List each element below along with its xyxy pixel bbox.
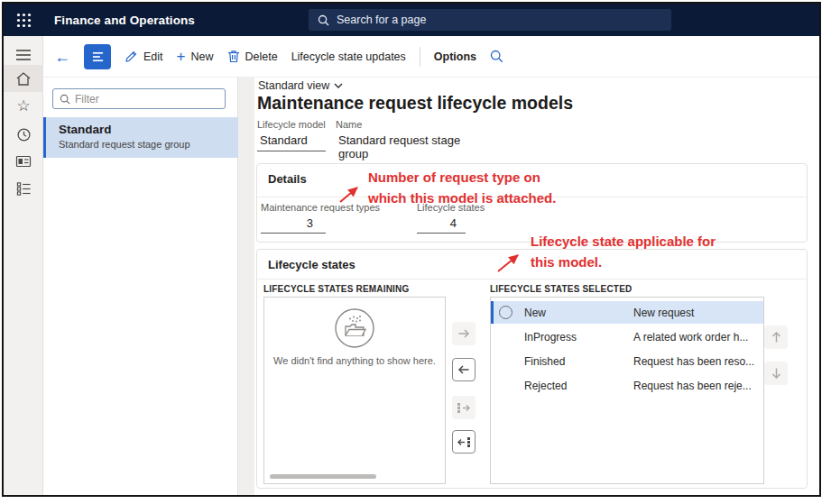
move-right-button[interactable] [452,322,476,345]
toolbar-divider [420,47,420,67]
waffle-menu-icon[interactable] [4,4,43,36]
annotation-line: which this model is attached. [368,188,556,208]
panel-gap [238,78,254,495]
filter-search-icon [60,94,70,105]
name-field[interactable]: Name Standard request stage group [336,119,491,165]
lifecycle-model-value[interactable]: Standard [257,130,326,151]
filter-input[interactable] [75,93,225,105]
remaining-column-header: LIFECYCLE STATES REMAINING [263,284,410,294]
back-button[interactable]: ← [54,49,70,65]
state-name: New [524,307,546,319]
lifecycle-model-label: Lifecycle model [257,119,326,130]
row-selection-bar [491,325,494,348]
edit-pencil-icon [125,50,138,63]
selected-column-header: LIFECYCLE STATES SELECTED [490,284,632,294]
record-list-panel: Standard Standard request stage group [43,78,238,495]
annotation-line: Number of request type on [368,167,556,188]
state-description: Request has been reje... [633,380,752,392]
edit-button[interactable]: Edit [125,50,163,63]
name-value[interactable]: Standard request stage group [336,130,491,165]
main-content: Standard view Maintenance request lifecy… [254,78,819,495]
horizontal-scrollbar[interactable] [270,474,376,479]
delete-label: Delete [245,50,278,63]
app-title: Finance and Operations [54,14,195,27]
nav-pane-icon [91,50,105,63]
move-all-left-button[interactable] [452,430,476,454]
state-description: Request has been reso... [633,355,754,368]
state-name: Rejected [524,380,567,392]
annotation-lifecycle-state: Lifecycle state applicable for this mode… [531,231,716,272]
annotation-request-types: Number of request type on which this mod… [368,167,556,208]
top-bar: Finance and Operations Search for a page [4,4,819,36]
state-name: InProgress [524,331,577,344]
view-selector[interactable]: Standard view [258,79,343,92]
state-row-new[interactable]: New New request [491,301,763,324]
state-row-rejected[interactable]: Rejected Request has been reje... [491,374,763,397]
annotation-line: this model. [531,252,716,272]
arrow-left-icon [457,363,470,376]
move-left-button[interactable] [452,358,476,381]
plus-icon: + [177,49,186,64]
show-navigation-pane-button[interactable] [84,44,111,69]
search-icon [318,14,329,26]
state-description: A related work order h... [633,331,748,344]
grid-arrow-right-icon [457,401,471,414]
move-all-right-button[interactable] [452,396,476,419]
arrow-down-icon [771,367,782,380]
empty-folder-icon [334,307,375,349]
list-item-subtitle: Standard request stage group [59,139,238,150]
maintenance-request-types-value[interactable]: 3 [261,213,326,234]
name-label: Name [336,119,491,130]
selected-states-panel: New New request InProgress A related wor… [490,297,764,484]
toolbar-search-button[interactable] [490,50,503,63]
state-row-inprogress[interactable]: InProgress A related work order h... [491,325,763,348]
row-selection-bar [491,301,494,324]
row-radio[interactable] [499,306,512,319]
lifecycle-states-card: Lifecycle states LIFECYCLE STATES REMAIN… [256,249,808,489]
annotation-arrow-icon [337,180,365,206]
list-item-title: Standard [59,123,238,136]
details-card-title: Details [268,172,307,186]
lifecycle-model-field[interactable]: Lifecycle model Standard [257,119,326,151]
recent-clock-icon[interactable] [4,121,43,148]
lifecycle-divider [257,279,807,279]
lifecycle-state-updates-button[interactable]: Lifecycle state updates [291,50,406,63]
chevron-down-icon [334,83,343,88]
page-search-box[interactable]: Search for a page [309,9,671,31]
row-selection-bar [491,350,494,372]
delete-button[interactable]: Delete [227,50,278,63]
home-icon[interactable] [4,65,43,92]
row-selection-bar [491,374,494,397]
move-up-button[interactable] [764,325,788,349]
page-title: Maintenance request lifecycle models [257,93,573,114]
modules-list-icon[interactable] [4,175,43,202]
lifecycle-states-count-value[interactable]: 4 [417,213,466,234]
annotation-line: Lifecycle state applicable for [531,231,716,252]
finance-operations-icon[interactable] [4,148,43,175]
waffle-grid-icon [16,13,32,28]
action-toolbar: ← Edit + New [43,36,819,78]
options-label: Options [434,50,476,63]
filter-box[interactable] [52,88,226,109]
new-label: New [190,50,213,63]
grid-arrow-left-icon [457,435,471,448]
favorites-star-icon[interactable]: ☆ [4,92,43,119]
move-down-button[interactable] [764,362,788,385]
app-window: Finance and Operations Search for a page… [2,2,821,497]
state-description: New request [633,307,694,319]
list-item-standard[interactable]: Standard Standard request stage group [43,117,238,158]
options-menu-button[interactable]: Options [434,50,476,63]
lifecycle-states-card-title: Lifecycle states [268,258,355,271]
page-search-placeholder: Search for a page [337,14,426,26]
arrow-right-icon [457,327,470,340]
search-icon [490,50,503,63]
arrow-up-icon [771,331,782,344]
state-row-finished[interactable]: Finished Request has been reso... [491,350,763,372]
side-nav: ☆ [4,36,43,495]
remaining-states-panel: We didn't find anything to show here. [263,297,446,484]
lifecycle-state-updates-label: Lifecycle state updates [291,50,406,63]
annotation-arrow-icon [494,249,525,274]
new-button[interactable]: + New [177,49,214,64]
edit-label: Edit [143,50,163,63]
view-selector-label: Standard view [258,79,329,92]
